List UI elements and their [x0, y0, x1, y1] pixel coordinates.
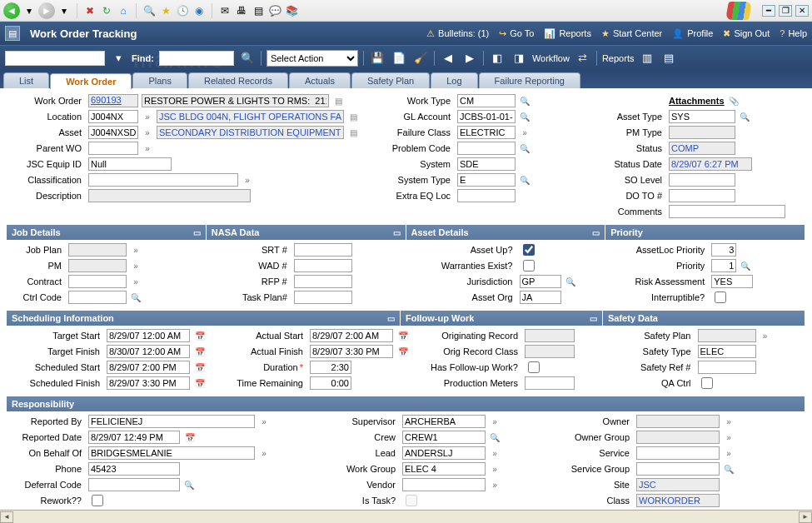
phone-input[interactable] [88, 462, 180, 476]
assettype-input[interactable] [669, 110, 735, 123]
ctrlcode-input[interactable] [68, 291, 127, 304]
calendar-icon[interactable]: 📅 [396, 346, 410, 357]
signout-link[interactable]: ✖Sign Out [723, 28, 770, 39]
failureclass-input[interactable] [457, 126, 516, 139]
calendar-icon[interactable]: 📅 [183, 431, 197, 443]
jscequip-input[interactable] [88, 157, 172, 171]
back-dropdown-icon[interactable]: ▾ [22, 3, 37, 18]
calendar-icon[interactable]: 📅 [193, 346, 207, 357]
quicksearch-input[interactable] [5, 51, 105, 66]
priority-lookup-icon[interactable]: 🔍 [740, 260, 751, 271]
description-input[interactable] [88, 189, 251, 202]
edit-icon[interactable]: ▤ [251, 3, 266, 18]
wad-input[interactable] [294, 259, 352, 272]
jurisdiction-lookup-icon[interactable]: 🔍 [565, 276, 576, 287]
parentwo-lookup-icon[interactable]: » [142, 142, 153, 154]
history-icon[interactable]: 🕓 [175, 3, 190, 18]
classification-input[interactable] [88, 173, 238, 187]
onbehalf-input[interactable] [88, 446, 255, 460]
reportedby-input[interactable] [88, 415, 255, 428]
servicegroup-lookup-icon[interactable]: 🔍 [723, 463, 735, 475]
jurisdiction-input[interactable] [520, 275, 561, 288]
jobplan-input[interactable] [68, 243, 127, 257]
favorites-icon[interactable]: ★ [158, 3, 173, 18]
systemtype-lookup-icon[interactable]: 🔍 [519, 174, 531, 186]
stop-icon[interactable]: ✖ [82, 3, 97, 18]
prev-icon[interactable]: ◀ [440, 50, 456, 67]
fwd-dropdown-icon[interactable]: ▾ [57, 3, 72, 18]
contract-lookup-icon[interactable]: » [130, 276, 142, 287]
reports-link[interactable]: 📊Reports [544, 28, 591, 39]
actualstart-input[interactable] [310, 329, 393, 342]
workgroup-lookup-icon[interactable]: » [489, 463, 501, 475]
schedfinish-input[interactable] [107, 376, 190, 390]
worktype-input[interactable] [457, 94, 516, 107]
reports-list-icon[interactable]: ▤ [660, 50, 677, 67]
work-order-desc[interactable] [142, 94, 329, 107]
refresh-icon[interactable]: ↻ [99, 3, 114, 18]
ctrlcode-lookup-icon[interactable]: 🔍 [130, 291, 142, 303]
asset-input[interactable] [88, 126, 138, 139]
systemtype-input[interactable] [457, 173, 516, 187]
help-link[interactable]: ?Help [780, 28, 807, 38]
profile-link[interactable]: 👤Profile [672, 28, 713, 39]
vendor-input[interactable] [402, 478, 486, 491]
window-restore-button[interactable]: ❐ [779, 5, 792, 17]
nav-forward-icon[interactable]: ► [38, 2, 55, 19]
onbehalf-lookup-icon[interactable]: » [258, 447, 270, 459]
targetstart-input[interactable] [107, 329, 190, 342]
next-icon[interactable]: ▶ [461, 50, 478, 67]
interrupt-checkbox[interactable] [715, 291, 726, 303]
problemcode-lookup-icon[interactable]: 🔍 [519, 142, 531, 154]
tab-safety-plan[interactable]: Safety Plan [351, 72, 430, 88]
classification-lookup-icon[interactable]: » [242, 174, 253, 186]
save-icon[interactable]: 💾 [369, 50, 386, 67]
media-icon[interactable]: ◉ [192, 3, 207, 18]
service-input[interactable] [636, 446, 720, 460]
reporteddate-input[interactable] [88, 431, 180, 444]
bulletins-link[interactable]: ⚠Bulletins: (1) [426, 28, 489, 39]
tab-actuals[interactable]: Actuals [289, 72, 351, 88]
comments-input[interactable] [669, 205, 785, 218]
assettype-lookup-icon[interactable]: 🔍 [739, 111, 750, 122]
priority-input[interactable] [711, 259, 736, 272]
vendor-lookup-icon[interactable]: » [489, 479, 501, 491]
service-lookup-icon[interactable]: » [723, 447, 735, 459]
tab-failure-reporting[interactable]: Failure Reporting [479, 72, 580, 88]
research-icon[interactable]: 📚 [284, 3, 299, 18]
calendar-icon[interactable]: 📅 [396, 330, 410, 341]
search-icon[interactable]: 🔍 [142, 3, 157, 18]
deferral-lookup-icon[interactable]: 🔍 [183, 479, 195, 491]
lead-lookup-icon[interactable]: » [489, 447, 501, 459]
startcenter-link[interactable]: ★Start Center [601, 28, 662, 39]
ownergroup-lookup-icon[interactable]: » [723, 431, 735, 443]
qactrl-checkbox[interactable] [701, 377, 713, 389]
supervisor-input[interactable] [402, 415, 486, 428]
targetfinish-input[interactable] [107, 345, 190, 358]
longdesc-icon[interactable]: ▤ [332, 95, 344, 107]
safetyplan-input[interactable] [698, 329, 756, 342]
tab-list[interactable]: List [3, 72, 49, 88]
select-action-dropdown[interactable]: Select Action [267, 50, 358, 67]
find-go-icon[interactable]: 🔍 [239, 50, 256, 67]
asset-lookup-icon[interactable]: » [142, 127, 153, 138]
timeremain-input[interactable] [310, 376, 351, 390]
section-collapse-icon[interactable]: ▭ [592, 228, 600, 237]
safetyref-input[interactable] [698, 361, 756, 374]
warranties-checkbox[interactable] [523, 260, 535, 271]
workgroup-input[interactable] [402, 462, 486, 476]
attachments-link[interactable]: Attachments [669, 96, 725, 106]
assetup-checkbox[interactable] [523, 244, 535, 256]
crew-lookup-icon[interactable]: 🔍 [489, 431, 501, 443]
lead-input[interactable] [402, 446, 486, 460]
horizontal-scrollbar[interactable]: ◄ ► [0, 510, 812, 523]
safetytype-input[interactable] [698, 345, 756, 358]
glaccount-lookup-icon[interactable]: 🔍 [519, 111, 531, 122]
workflow-link[interactable]: Workflow [532, 53, 570, 63]
route-stop-icon[interactable]: ◨ [511, 50, 527, 67]
tab-work-order[interactable]: Work Order [50, 73, 132, 89]
supervisor-lookup-icon[interactable]: » [489, 416, 501, 427]
mail-icon[interactable]: ✉ [217, 3, 232, 18]
failureclass-lookup-icon[interactable]: » [519, 127, 531, 138]
duration-input[interactable] [310, 361, 351, 374]
